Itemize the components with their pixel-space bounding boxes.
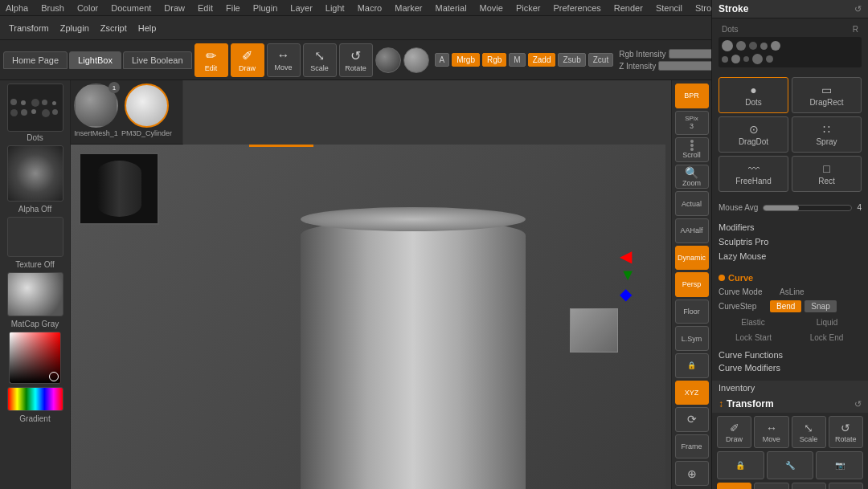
tab-home[interactable]: Home Page [3, 51, 68, 69]
stroke-dots-btn[interactable]: ● Dots [719, 77, 788, 113]
canvas-area[interactable]: ◀ ▼ ◆ [71, 145, 665, 489]
texture-preview[interactable] [7, 217, 63, 257]
lazy-mouse-row[interactable]: Lazy Mouse [712, 249, 868, 263]
nav-tabs: Home Page LightBox Live Boolean [3, 51, 192, 69]
misc-button[interactable]: ⊕ [675, 461, 709, 486]
menu-movie[interactable]: Movie [477, 3, 506, 13]
menu-picker[interactable]: Picker [514, 3, 543, 13]
bpr-button[interactable]: BPR [675, 84, 709, 108]
transform-scale-btn2[interactable]: ⤡ Scale [792, 483, 826, 489]
menu-edit[interactable]: Edit [195, 3, 215, 13]
aahalf-button[interactable]: AAHalf [675, 218, 709, 243]
stroke-dragrect-btn[interactable]: ▭ DragRect [792, 77, 862, 113]
tab-lightbox[interactable]: LightBox [69, 51, 121, 69]
xyz-button[interactable]: XYZ [675, 381, 709, 405]
aahalf-label: AAHalf [680, 226, 702, 234]
toolbar2-help[interactable]: Help [134, 22, 161, 35]
sculptris-pro-row[interactable]: Sculptris Pro [712, 234, 868, 249]
transform-draw-btn[interactable]: ✐ Draw [717, 416, 751, 448]
zoom-button[interactable]: 🔍 Zoom [675, 165, 709, 189]
scroll-button[interactable]: Scroll [675, 137, 709, 162]
transform-refresh-icon[interactable]: ↺ [854, 399, 862, 410]
menu-material[interactable]: Material [432, 3, 469, 13]
transform-scale-btn[interactable]: ⤡ Scale [792, 416, 826, 448]
menu-file[interactable]: File [223, 3, 243, 13]
transform-rotate-btn2[interactable]: ↺ Rotate [829, 483, 863, 489]
persp-button[interactable]: Persp [675, 272, 709, 297]
transform-rotate-btn[interactable]: ↺ Rotate [829, 416, 863, 448]
lsym-button[interactable]: L.Sym [675, 326, 709, 351]
menu-marker[interactable]: Marker [392, 3, 424, 13]
refresh-icon[interactable]: ↺ [854, 4, 862, 14]
tab-live-boolean[interactable]: Live Boolean [123, 51, 192, 69]
zadd-toggle[interactable]: Zadd [528, 53, 556, 67]
orbit-button[interactable]: ⟳ [675, 407, 709, 432]
mrgb-toggle[interactable]: Mrgb [452, 53, 480, 67]
mouse-avg-slider[interactable] [763, 205, 852, 211]
stroke-freehand-btn[interactable]: 〰 FreeHand [719, 156, 788, 192]
frame-button[interactable]: Frame [675, 434, 709, 459]
menu-macro[interactable]: Macro [355, 3, 385, 13]
dots-pattern-display[interactable] [7, 84, 63, 132]
transform-lock-btn[interactable]: 🔒 [717, 451, 764, 479]
menu-stencil[interactable]: Stencil [653, 3, 685, 13]
gradient-preview[interactable] [7, 387, 63, 411]
stroke-rect-btn[interactable]: □ Rect [792, 156, 862, 192]
menu-plugin[interactable]: Plugin [251, 3, 280, 13]
canvas-3d[interactable]: ◀ ▼ ◆ [71, 145, 665, 489]
liquid-button[interactable]: Liquid [792, 316, 862, 328]
transform-move-btn2[interactable]: ↔ Move [754, 483, 788, 489]
transform-tool-btn[interactable]: 🔧 [767, 451, 814, 479]
elastic-liquid-row: Elastic Liquid [719, 315, 862, 330]
curve-header: Curve [719, 273, 862, 283]
lock-start-button[interactable]: Lock Start [719, 332, 788, 344]
dynamic-button[interactable]: Dynamic [675, 246, 709, 271]
menu-draw[interactable]: Draw [162, 3, 187, 13]
curve-modifiers-button[interactable]: Curve Modifiers [712, 361, 868, 374]
toolbar2-zplugin[interactable]: Zplugin [56, 22, 93, 35]
rgb-toggle[interactable]: Rgb [482, 53, 506, 67]
menu-light[interactable]: Light [323, 3, 347, 13]
alpha-preview[interactable] [7, 145, 63, 202]
snap-button[interactable]: Snap [805, 300, 836, 312]
spix-button[interactable]: SPix 3 [675, 111, 709, 136]
toolbar2-transform[interactable]: Transform [5, 22, 53, 35]
rotate-button[interactable]: ↺ Rotate [339, 43, 373, 77]
modifiers-row[interactable]: Modifiers [712, 220, 868, 234]
menu-color[interactable]: Color [75, 3, 100, 13]
menu-preferences[interactable]: Preferences [551, 3, 604, 13]
lock-button[interactable]: 🔒 [675, 353, 709, 378]
floor-button[interactable]: Floor [675, 300, 709, 324]
zcut-toggle[interactable]: Zcut [588, 53, 613, 67]
stroke-spray-btn[interactable]: ∷ Spray [792, 116, 862, 153]
draw-button[interactable]: ✐ Draw [231, 43, 264, 77]
menu-alpha[interactable]: Alpha [3, 3, 31, 13]
inventory-section[interactable]: Inventory [712, 381, 868, 395]
color-picker[interactable] [9, 332, 61, 384]
actual-button[interactable]: Actual [675, 191, 709, 216]
menu-layer[interactable]: Layer [288, 3, 315, 13]
move-button[interactable]: ↔ Move [267, 43, 301, 77]
menu-brush[interactable]: Brush [39, 3, 67, 13]
bend-button[interactable]: Bend [770, 300, 801, 312]
transform-edit-btn[interactable]: ✏ Edit [717, 483, 751, 489]
menu-document[interactable]: Document [108, 3, 154, 13]
mesh-item-0[interactable]: 1 InsertMesh_1 [74, 84, 118, 141]
transform-scale-label: Scale [800, 435, 818, 443]
transform-move-btn[interactable]: ↔ Move [754, 416, 788, 448]
transform-camera-btn[interactable]: 📷 [816, 451, 863, 479]
mesh-thumbnail-1 [125, 84, 169, 128]
zsub-toggle[interactable]: Zsub [558, 53, 585, 67]
edit-button[interactable]: ✏ Edit [194, 43, 228, 77]
lock-end-button[interactable]: Lock End [792, 332, 862, 344]
matcap-preview[interactable] [7, 272, 63, 316]
mesh-item-1[interactable]: PM3D_Cylinder [121, 84, 172, 141]
menu-render[interactable]: Render [612, 3, 645, 13]
curve-functions-button[interactable]: Curve Functions [712, 348, 868, 361]
scale-button[interactable]: ⤡ Scale [303, 43, 337, 77]
a-toggle[interactable]: A [435, 53, 450, 67]
m-toggle[interactable]: M [509, 53, 525, 67]
stroke-dragdot-btn[interactable]: ⊙ DragDot [719, 116, 788, 153]
elastic-button[interactable]: Elastic [719, 316, 788, 328]
toolbar2-zscript[interactable]: Zscript [96, 22, 131, 35]
